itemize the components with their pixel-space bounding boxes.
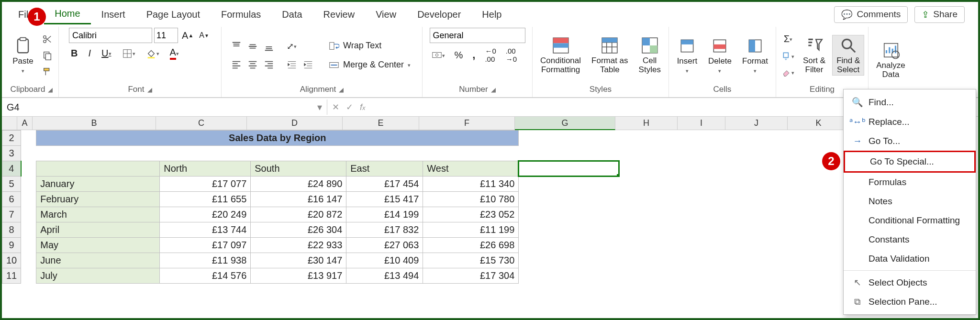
table-header-blank[interactable] [36,161,160,177]
data-cell[interactable]: £15 730 [423,253,519,268]
data-cell[interactable]: £17 454 [346,177,423,192]
data-cell[interactable]: £13 917 [251,268,346,284]
row-header-5[interactable]: 5 [2,177,21,192]
menu-review[interactable]: Review [313,5,366,24]
format-painter-button[interactable] [40,65,55,79]
merge-center-button[interactable]: Merge & Center ▾ [325,58,414,72]
col-header-I[interactable]: I [678,117,725,130]
fill-button[interactable]: ▾ [780,49,796,63]
menu-replace[interactable]: ᵃ↔ᵇReplace... [844,112,976,132]
row-header-3[interactable]: 3 [2,146,21,161]
cell-styles-button[interactable]: Cell Styles [635,35,665,75]
menu-find[interactable]: 🔍Find... [844,92,976,112]
name-box[interactable]: G4 ▾ [2,99,327,115]
increase-indent-button[interactable] [301,57,315,72]
col-header-E[interactable]: E [343,117,419,130]
align-bottom-button[interactable] [262,39,276,54]
data-cell[interactable]: £17 097 [160,238,251,253]
month-cell[interactable]: June [36,253,160,268]
menu-formulas[interactable]: Formulas [211,5,271,24]
row-header-2[interactable]: 2 [2,131,21,146]
decrease-indent-button[interactable] [285,57,299,72]
data-cell[interactable]: £23 052 [423,207,519,222]
col-header-D[interactable]: D [247,117,343,130]
menu-insert[interactable]: Insert [91,5,136,24]
data-cell[interactable]: £14 199 [346,207,423,222]
orientation-button[interactable]: ⤢▾ [285,39,299,54]
share-button[interactable]: ⇪ Share [914,6,965,23]
col-header-G[interactable]: G [515,117,615,130]
bold-button[interactable]: B [69,46,79,61]
data-cell[interactable]: £30 147 [251,253,346,268]
font-name-input[interactable] [69,28,152,43]
cut-button[interactable] [40,32,55,46]
menu-data-validation[interactable]: Data Validation [844,249,976,268]
insert-cells-button[interactable]: Insert▾ [673,36,702,75]
dialog-launcher-icon[interactable]: ◢ [339,86,344,93]
italic-button[interactable]: I [87,46,93,61]
row-header-7[interactable]: 7 [2,207,21,222]
font-size-input[interactable] [154,28,178,43]
data-cell[interactable]: £10 780 [423,192,519,207]
delete-cells-button[interactable]: Delete▾ [704,36,735,75]
align-center-button[interactable] [245,57,260,72]
table-header-west[interactable]: West [423,161,519,177]
increase-decimal-button[interactable]: ←0.00 [483,45,498,65]
data-cell[interactable]: £13 494 [346,268,423,284]
data-cell[interactable]: £11 655 [160,192,251,207]
chevron-down-icon[interactable]: ▾ [317,101,322,113]
data-cell[interactable]: £26 304 [251,222,346,238]
data-cell[interactable]: £17 832 [346,222,423,238]
table-header-south[interactable]: South [251,161,346,177]
data-cell[interactable]: £11 340 [423,177,519,192]
dialog-launcher-icon[interactable]: ◢ [147,86,152,93]
decrease-decimal-button[interactable]: .00→0 [504,45,519,65]
menu-page-layout[interactable]: Page Layout [136,5,211,24]
col-header-B[interactable]: B [33,117,156,130]
month-cell[interactable]: March [36,207,160,222]
paste-button[interactable]: Paste ▾ [9,36,37,75]
data-cell[interactable]: £20 249 [160,207,251,222]
month-cell[interactable]: April [36,222,160,238]
data-cell[interactable]: £16 147 [251,192,346,207]
data-cell[interactable]: £11 199 [423,222,519,238]
clear-button[interactable]: ▾ [780,66,796,79]
col-header-A[interactable]: A [17,117,33,130]
menu-notes[interactable]: Notes [844,192,976,211]
percent-format-button[interactable]: % [453,48,465,63]
format-as-table-button[interactable]: Format as Table [588,35,632,75]
dialog-launcher-icon[interactable]: ◢ [48,86,53,93]
enter-formula-icon[interactable]: ✓ [346,102,353,112]
align-left-button[interactable] [229,57,244,72]
data-cell[interactable]: £24 890 [251,177,346,192]
data-cell[interactable]: £11 938 [160,253,251,268]
data-cell[interactable]: £14 576 [160,268,251,284]
menu-data[interactable]: Data [271,5,312,24]
menu-developer[interactable]: Developer [407,5,471,24]
underline-button[interactable]: U ▾ [100,46,113,61]
row-header-4[interactable]: 4 [2,161,21,177]
select-all-corner[interactable] [2,117,17,130]
menu-conditional-formatting[interactable]: Conditional Formatting [844,211,976,230]
menu-goto-special[interactable]: Go To Special... [844,151,976,173]
cancel-formula-icon[interactable]: ✕ [332,102,339,112]
month-cell[interactable]: May [36,238,160,253]
menu-select-objects[interactable]: ↖Select Objects [844,273,976,292]
comma-format-button[interactable]: , [470,47,477,63]
data-cell[interactable]: £20 872 [251,207,346,222]
copy-button[interactable] [40,48,55,63]
menu-view[interactable]: View [365,5,407,24]
data-cell[interactable]: £17 304 [423,268,519,284]
fill-handle[interactable] [617,174,619,177]
row-header-9[interactable]: 9 [2,238,21,253]
menu-goto[interactable]: →Go To... [844,132,976,151]
title-cell[interactable]: Sales Data by Region [36,131,519,146]
font-color-button[interactable]: A▾ [168,45,181,62]
wrap-text-button[interactable]: Wrap Text [325,39,414,53]
menu-help[interactable]: Help [471,5,512,24]
align-top-button[interactable] [229,39,244,54]
sort-filter-button[interactable]: Sort & Filter [799,35,829,75]
col-header-H[interactable]: H [615,117,678,130]
month-cell[interactable]: February [36,192,160,207]
menu-selection-pane[interactable]: ⧉Selection Pane... [844,292,976,311]
